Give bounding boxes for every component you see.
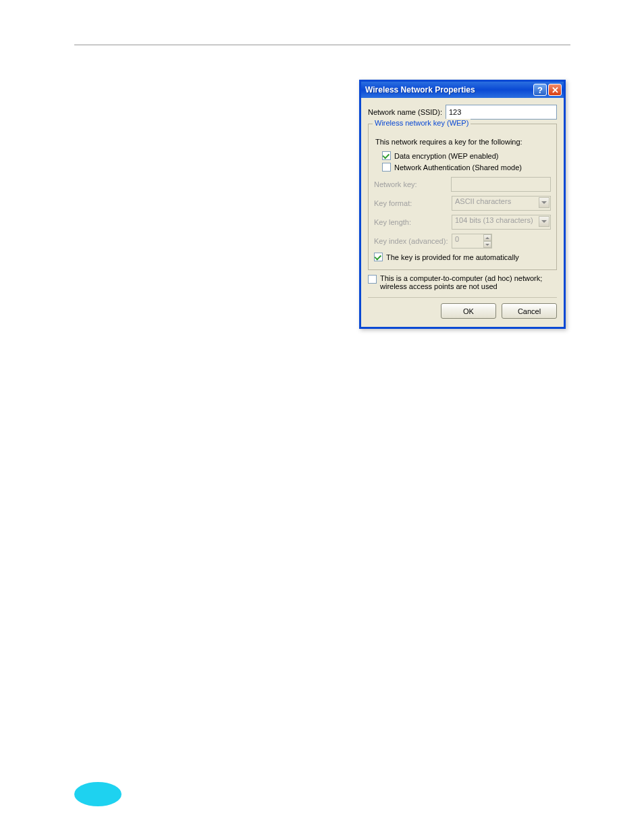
spinner-buttons [483,234,491,248]
data-encryption-label: Data encryption (WEP enabled) [394,152,499,160]
auto-key-checkbox[interactable] [374,253,383,261]
network-auth-label: Network Authentication (Shared mode) [394,163,522,172]
key-length-label: Key length: [374,218,452,226]
key-length-select: 104 bits (13 characters) [452,215,551,230]
button-divider [368,297,557,298]
spinner-down-icon [483,241,491,248]
cancel-button[interactable]: Cancel [502,303,557,319]
ssid-input[interactable] [446,105,557,120]
key-index-row: Key index (advanced): 0 [374,234,551,249]
close-icon: ✕ [552,85,559,95]
dialog-body: Network name (SSID): Wireless network ke… [361,98,564,327]
ssid-label: Network name (SSID): [368,108,446,116]
network-auth-row[interactable]: Network Authentication (Shared mode) [382,163,551,172]
wep-fieldset: Wireless network key (WEP) This network … [368,124,557,270]
key-format-select: ASCII characters [452,196,551,211]
data-encryption-checkbox[interactable] [382,151,391,160]
cancel-label: Cancel [518,307,541,315]
help-button[interactable]: ? [533,84,547,96]
ok-button[interactable]: OK [441,303,496,319]
button-row: OK Cancel [368,303,557,319]
key-length-value: 104 bits (13 characters) [455,216,533,224]
requires-note: This network requires a key for the foll… [375,138,551,146]
data-encryption-row[interactable]: Data encryption (WEP enabled) [382,151,551,160]
close-button[interactable]: ✕ [548,84,562,96]
page-number-badge [74,782,122,806]
network-key-label: Network key: [374,180,451,188]
wep-legend: Wireless network key (WEP) [373,119,471,127]
chevron-down-icon [539,197,549,208]
wireless-properties-dialog: Wireless Network Properties ? ✕ Network … [359,80,566,329]
spinner-up-icon [483,234,491,241]
titlebar[interactable]: Wireless Network Properties ? ✕ [361,82,564,98]
key-length-row: Key length: 104 bits (13 characters) [374,215,551,230]
key-format-row: Key format: ASCII characters [374,196,551,211]
dialog-title: Wireless Network Properties [365,85,532,95]
network-key-input [451,177,551,192]
chevron-down-icon [539,216,549,227]
key-index-spinner: 0 [452,234,492,249]
adhoc-row[interactable]: This is a computer-to-computer (ad hoc) … [368,274,557,290]
page-top-rule [74,45,570,45]
adhoc-label: This is a computer-to-computer (ad hoc) … [380,274,557,290]
key-format-label: Key format: [374,199,452,207]
key-index-value: 0 [455,235,459,243]
key-index-label: Key index (advanced): [374,237,452,245]
auto-key-row[interactable]: The key is provided for me automatically [374,253,551,261]
ok-label: OK [463,307,474,315]
help-icon: ? [537,85,543,95]
ssid-row: Network name (SSID): [368,105,557,120]
network-key-row: Network key: [374,177,551,192]
auto-key-label: The key is provided for me automatically [386,253,519,261]
key-format-value: ASCII characters [455,197,511,205]
adhoc-checkbox[interactable] [368,275,377,284]
network-auth-checkbox[interactable] [382,163,391,172]
